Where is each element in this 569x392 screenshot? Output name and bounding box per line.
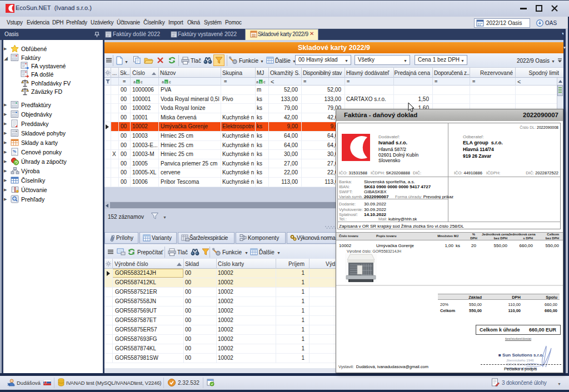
svg-text:c: c bbox=[169, 80, 171, 84]
svg-text:%: % bbox=[13, 149, 17, 153]
svg-text:a: a bbox=[133, 80, 136, 84]
svg-text:a: a bbox=[162, 80, 164, 84]
svg-text:a: a bbox=[256, 80, 258, 84]
svg-text:c: c bbox=[263, 80, 266, 84]
svg-text:c: c bbox=[141, 80, 143, 84]
